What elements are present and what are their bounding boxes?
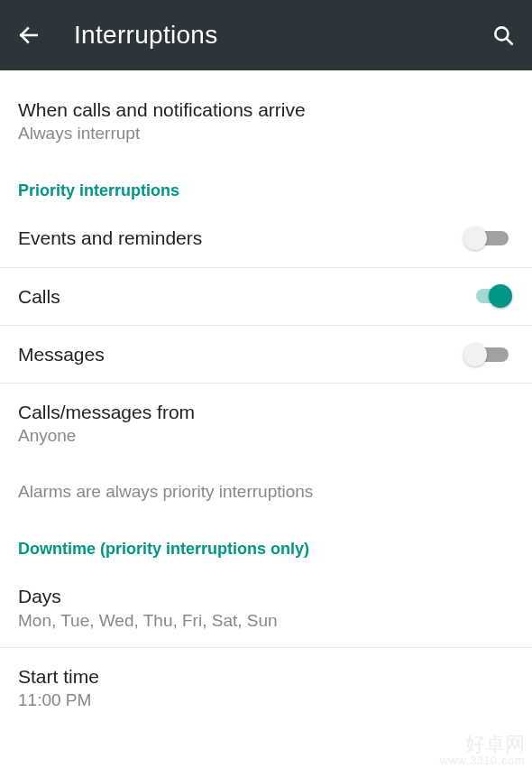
page-title: Interruptions [74, 21, 491, 50]
watermark-line2: www.3310.com [440, 754, 525, 766]
row-title: Start time [18, 664, 514, 689]
watermark: 好卓网 www.3310.com [440, 735, 525, 766]
toggle-messages[interactable] [463, 343, 509, 366]
row-title: When calls and notifications arrive [18, 97, 514, 122]
section-priority-header: Priority interruptions [0, 169, 532, 209]
watermark-line1: 好卓网 [440, 735, 525, 754]
row-title: Days [18, 584, 514, 608]
row-title: Calls [18, 284, 463, 309]
search-icon[interactable] [491, 23, 516, 48]
row-value: 11:00 PM [18, 690, 514, 710]
row-events-reminders[interactable]: Events and reminders [0, 209, 532, 266]
row-messages[interactable]: Messages [0, 326, 532, 383]
row-value: Always interrupt [18, 124, 514, 143]
toggle-calls[interactable] [463, 284, 509, 308]
appbar: Interruptions [0, 0, 532, 70]
row-calls-messages-from[interactable]: Calls/messages from Anyone [0, 384, 532, 462]
row-calls[interactable]: Calls [0, 268, 532, 325]
row-value: Mon, Tue, Wed, Thu, Fri, Sat, Sun [18, 611, 514, 631]
svg-line-2 [507, 39, 512, 44]
row-title: Calls/messages from [18, 400, 514, 424]
row-days[interactable]: Days Mon, Tue, Wed, Thu, Fri, Sat, Sun [0, 568, 532, 646]
row-value: Anyone [18, 426, 514, 446]
section-downtime-header: Downtime (priority interruptions only) [0, 527, 532, 568]
row-title: Messages [18, 342, 463, 366]
row-title: Events and reminders [18, 226, 463, 250]
row-when-arrive[interactable]: When calls and notifications arrive Alwa… [0, 70, 532, 169]
row-start-time[interactable]: Start time 11:00 PM [0, 648, 532, 726]
back-icon[interactable] [16, 23, 41, 48]
toggle-events-reminders[interactable] [463, 227, 509, 250]
note-alarms: Alarms are always priority interruptions [0, 462, 532, 527]
content: When calls and notifications arrive Alwa… [0, 70, 532, 726]
